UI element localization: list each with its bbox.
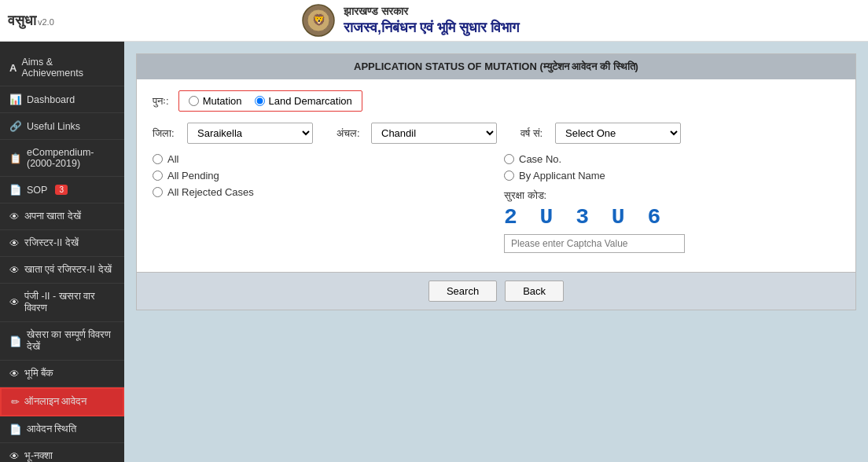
left-options: All All Pending All Rejected Cases: [153, 153, 488, 253]
radio-demarcation[interactable]: [255, 96, 265, 106]
sidebar-item-bhu-naksha[interactable]: 👁 भू-नक्शा: [0, 443, 124, 462]
bhu-naksha-icon: 👁: [9, 451, 20, 462]
app-version: v2.0: [38, 17, 54, 27]
option-all-rejected[interactable]: All Rejected Cases: [153, 186, 488, 198]
svg-text:🦁: 🦁: [311, 13, 326, 27]
captcha-label: सुरक्षा कोड:: [504, 189, 840, 202]
apna-khata-icon: 👁: [9, 211, 20, 222]
header-top: 🦁 झारखण्ड सरकार राजस्व,निबंधन एवं भूमि स…: [301, 3, 519, 38]
header-gov-text: झारखण्ड सरकार राजस्व,निबंधन एवं भूमि सुध…: [344, 5, 519, 36]
khata-register-icon: 👁: [9, 265, 20, 276]
sidebar-item-useful-links[interactable]: 🔗 Useful Links: [0, 113, 124, 140]
sidebar-item-panjii[interactable]: 👁 पंजी -II - खसरा वार विवरण: [0, 284, 124, 322]
option-applicant-name[interactable]: By Applicant Name: [504, 170, 840, 182]
links-icon: 🔗: [9, 120, 22, 132]
type-row: पुनः: Mutation Land Demarcation: [153, 90, 840, 112]
header: 🦁 झारखण्ड सरकार राजस्व,निबंधन एवं भूमि स…: [54, 0, 766, 41]
sidebar-item-khata-register[interactable]: 👁 खाता एवं रजिस्टर-II देखें: [0, 257, 124, 284]
year-select[interactable]: Select One: [555, 123, 681, 144]
dept-title: राजस्व,निबंधन एवं भूमि सुधार विभाग: [344, 20, 519, 36]
option-applicant-label: By Applicant Name: [519, 170, 605, 182]
sidebar-item-register2[interactable]: 👁 रजिस्टर-II देखें: [0, 230, 124, 257]
bhoomi-bank-icon: 👁: [9, 368, 20, 380]
sidebar-item-aims[interactable]: A Aims & Achievements: [0, 50, 124, 86]
main-layout: A Aims & Achievements 📊 Dashboard 🔗 Usef…: [0, 42, 868, 462]
sidebar-item-online-aavedan[interactable]: ✏ ऑनलाइन आवेदन: [0, 387, 124, 416]
option-all-pending-label: All Pending: [167, 170, 219, 182]
gov-emblem: 🦁: [301, 3, 336, 38]
sidebar-item-panjii-label: पंजी -II - खसरा वार विवरण: [24, 291, 115, 314]
options-area: All All Pending All Rejected Cases: [153, 153, 840, 253]
sidebar-item-khata-register-label: खाता एवं रजिस्टर-II देखें: [24, 264, 112, 276]
district-label: जिला:: [153, 127, 176, 140]
app-status-title: APPLICATION STATUS OF MUTATION (म्युटेशन…: [137, 54, 855, 79]
radio-applicant-name[interactable]: [504, 170, 514, 181]
sidebar-item-khesra[interactable]: 📄 खेसरा का सम्पूर्ण विवरण देखें: [0, 322, 124, 361]
aims-icon: A: [9, 62, 17, 74]
option-all-pending[interactable]: All Pending: [153, 170, 488, 182]
district-select[interactable]: Saraikella: [187, 123, 313, 144]
sidebar-item-bhu-naksha-label: भू-नक्शा: [24, 450, 53, 462]
sidebar-item-bhoomi-bank[interactable]: 👁 भूमि बैंक: [0, 361, 124, 387]
sidebar-item-dashboard-label: Dashboard: [27, 94, 75, 105]
sidebar-item-sop-label: SOP: [27, 185, 47, 196]
radio-all[interactable]: [153, 154, 163, 164]
register2-icon: 👁: [9, 238, 20, 249]
option-all[interactable]: All: [153, 153, 488, 165]
radio-demarcation-option[interactable]: Land Demarcation: [255, 95, 352, 107]
sidebar-item-sop[interactable]: 📄 SOP 3: [0, 177, 124, 204]
right-options: Case No. By Applicant Name सुरक्षा कोड: …: [488, 153, 840, 253]
sidebar-item-links-label: Useful Links: [27, 121, 80, 132]
anchal-label: अंचल:: [337, 127, 360, 140]
radio-all-rejected[interactable]: [153, 187, 163, 197]
top-bar: वसुधा v2.0 🦁 झारखण्ड सरकार राजस्व,निबंधन…: [0, 0, 868, 42]
sidebar: A Aims & Achievements 📊 Dashboard 🔗 Usef…: [0, 42, 124, 462]
anchal-select[interactable]: Chandil: [371, 123, 497, 144]
option-case-no-label: Case No.: [519, 153, 561, 165]
sidebar-item-dashboard[interactable]: 📊 Dashboard: [0, 86, 124, 113]
radio-mutation[interactable]: [189, 96, 199, 106]
aavedan-sthiti-icon: 📄: [9, 424, 22, 435]
radio-all-pending[interactable]: [153, 170, 163, 181]
sidebar-item-apna-khata-label: अपना खाता देखें: [24, 211, 81, 222]
radio-mutation-label: Mutation: [203, 95, 242, 107]
sidebar-item-aavedan-sthiti[interactable]: 📄 आवेदन स्थिति: [0, 416, 124, 443]
button-row: Search Back: [137, 272, 855, 310]
online-aavedan-icon: ✏: [11, 396, 20, 408]
radio-type-group: Mutation Land Demarcation: [178, 90, 362, 112]
captcha-input[interactable]: [504, 234, 685, 253]
gov-name: झारखण्ड सरकार: [344, 5, 519, 18]
sidebar-item-online-aavedan-label: ऑनलाइन आवेदन: [24, 396, 86, 408]
radio-mutation-option[interactable]: Mutation: [189, 95, 242, 107]
main-content: APPLICATION STATUS OF MUTATION (म्युटेशन…: [124, 42, 868, 462]
sidebar-item-compendium-label: eCompendium-(2000-2019): [27, 147, 115, 169]
option-all-label: All: [167, 153, 178, 165]
radio-demarcation-label: Land Demarcation: [269, 95, 352, 107]
captcha-section: सुरक्षा कोड: 2 U 3 U 6: [504, 189, 840, 253]
application-box: APPLICATION STATUS OF MUTATION (म्युटेशन…: [136, 53, 856, 310]
sidebar-item-aavedan-sthiti-label: आवेदन स्थिति: [27, 424, 76, 435]
search-button[interactable]: Search: [428, 280, 497, 302]
option-case-no[interactable]: Case No.: [504, 153, 840, 165]
sidebar-item-khesra-label: खेसरा का सम्पूर्ण विवरण देखें: [27, 329, 115, 353]
sidebar-item-aims-label: Aims & Achievements: [21, 57, 115, 79]
sidebar-item-register2-label: रजिस्टर-II देखें: [24, 237, 79, 249]
sidebar-item-apna-khata[interactable]: 👁 अपना खाता देखें: [0, 204, 124, 230]
panjii-icon: 👁: [9, 297, 20, 308]
khesra-icon: 📄: [9, 336, 22, 347]
back-button[interactable]: Back: [505, 280, 564, 302]
sop-icon: 📄: [9, 184, 22, 196]
form-area: पुनः: Mutation Land Demarcation: [137, 79, 855, 264]
sidebar-item-ecompendium[interactable]: 📋 eCompendium-(2000-2019): [0, 140, 124, 177]
sidebar-item-bhoomi-bank-label: भूमि बैंक: [24, 368, 53, 380]
district-row: जिला: Saraikella अंचल: Chandil वर्ष सं: …: [153, 123, 840, 144]
type-label: पुनः:: [153, 95, 169, 108]
dashboard-icon: 📊: [9, 94, 22, 105]
year-label: वर्ष सं:: [520, 127, 544, 140]
radio-case-no[interactable]: [504, 154, 514, 164]
captcha-value: 2 U 3 U 6: [504, 205, 840, 229]
option-all-rejected-label: All Rejected Cases: [167, 186, 254, 198]
compendium-icon: 📋: [9, 152, 22, 164]
sop-badge: 3: [55, 185, 68, 195]
app-title: वसुधा: [8, 13, 36, 29]
